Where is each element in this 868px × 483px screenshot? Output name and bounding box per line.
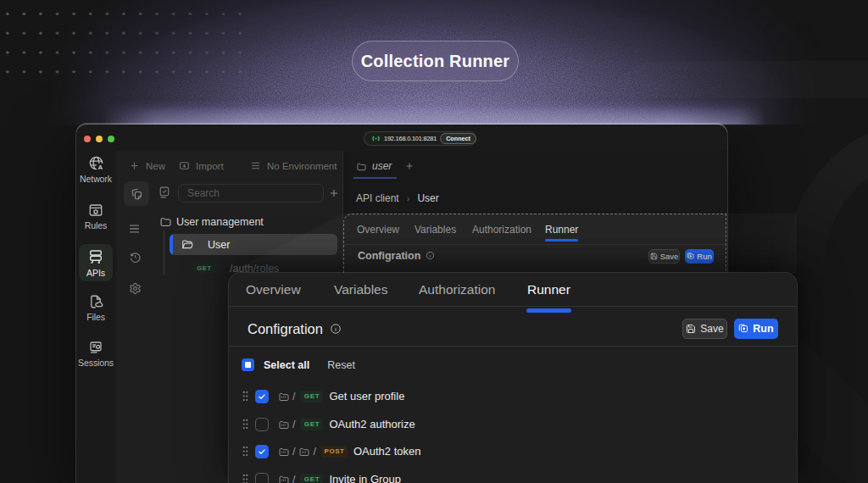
svg-text:A: A [97,164,103,171]
